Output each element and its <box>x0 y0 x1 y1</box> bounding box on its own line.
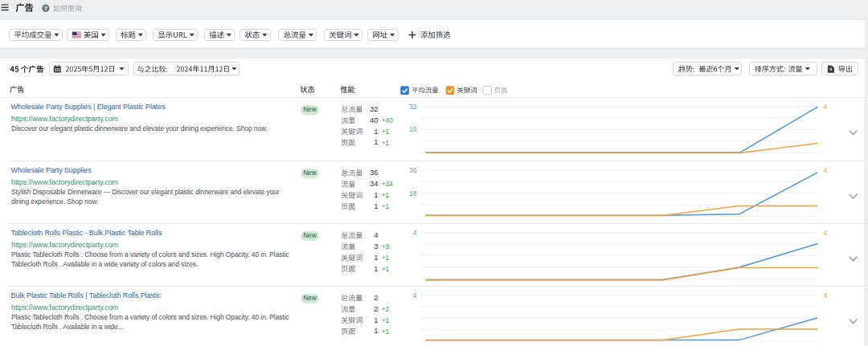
svg-text:4: 4 <box>824 166 828 174</box>
svg-text:?: ? <box>44 5 48 12</box>
svg-text:18: 18 <box>409 189 417 197</box>
svg-text:4: 4 <box>824 229 828 237</box>
svg-text:32: 32 <box>409 103 417 111</box>
svg-text:4: 4 <box>824 103 828 111</box>
svg-text:4: 4 <box>824 291 828 299</box>
svg-text:36: 36 <box>409 166 417 174</box>
svg-text:16: 16 <box>409 125 417 133</box>
svg-text:4: 4 <box>413 229 417 237</box>
svg-text:4: 4 <box>413 291 417 299</box>
